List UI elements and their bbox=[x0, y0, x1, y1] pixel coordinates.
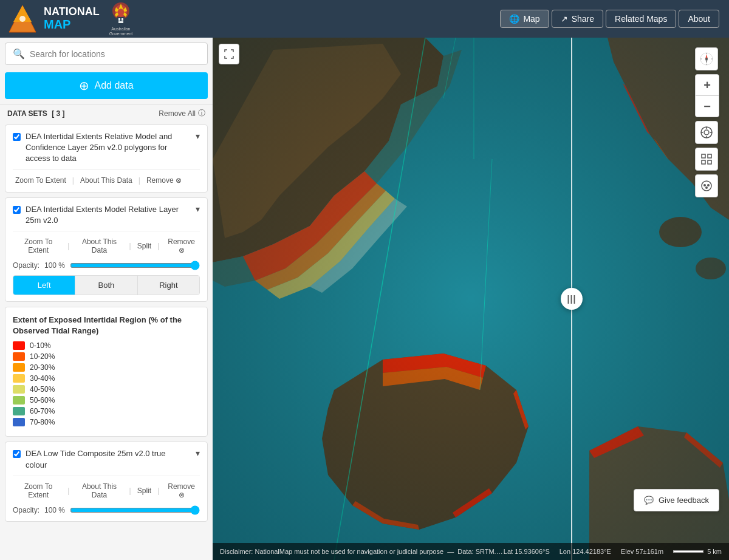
scale-label: 5 km bbox=[707, 548, 722, 555]
logo-text: NATIONAL MAP bbox=[44, 6, 100, 32]
search-bar: 🔍 bbox=[5, 43, 208, 65]
dataset-3-about-button[interactable]: About This Data bbox=[73, 481, 125, 500]
feedback-button[interactable]: 💬 Give feedback bbox=[634, 489, 719, 511]
disclaimer-text: Disclaimer: NationalMap must not be used… bbox=[220, 548, 504, 555]
scale-bar: 5 km bbox=[673, 548, 722, 555]
legend-item-4: 30-40% bbox=[13, 374, 200, 383]
svg-rect-8 bbox=[118, 21, 123, 23]
legend-label-4: 30-40% bbox=[30, 374, 55, 383]
svg-rect-16 bbox=[213, 38, 729, 560]
scale-line bbox=[673, 550, 703, 553]
dataset-2-zoom-button[interactable]: Zoom To Extent bbox=[13, 236, 64, 256]
svg-point-35 bbox=[707, 184, 710, 186]
gov-text: AustralianGovernment bbox=[109, 27, 133, 37]
dataset-1-checkbox[interactable] bbox=[13, 133, 21, 141]
svg-rect-5 bbox=[117, 17, 125, 24]
dataset-3-dropdown-icon[interactable]: ▾ bbox=[196, 448, 200, 458]
dataset-2-remove-button[interactable]: Remove ⊗ bbox=[163, 236, 200, 256]
longitude: Lon 124.42183°E bbox=[560, 548, 611, 555]
svg-point-2 bbox=[19, 16, 26, 22]
dataset-2-about-button[interactable]: About This Data bbox=[73, 236, 125, 256]
logo-area: NATIONAL MAP AustralianGovernment bbox=[0, 0, 213, 38]
related-maps-button[interactable]: Related Maps bbox=[606, 10, 676, 28]
info-circle-icon: ⓘ bbox=[198, 108, 205, 118]
split-right-button[interactable]: Right bbox=[138, 276, 199, 295]
datasets-header: DATA SETS [ 3 ] Remove All ⓘ bbox=[0, 104, 213, 122]
fullscreen-button[interactable] bbox=[219, 44, 239, 64]
dataset-1-about-button[interactable]: About This Data bbox=[78, 175, 135, 186]
svg-point-18 bbox=[705, 58, 708, 60]
layers-icon bbox=[700, 179, 713, 193]
globe-icon: 🌐 bbox=[509, 14, 519, 24]
share-button[interactable]: ↗ Share bbox=[552, 10, 603, 28]
expand-button[interactable] bbox=[695, 148, 718, 171]
target-icon bbox=[700, 126, 713, 139]
svg-point-24 bbox=[704, 130, 709, 135]
svg-rect-30 bbox=[708, 154, 711, 158]
legend-color-8 bbox=[13, 418, 25, 426]
zoom-out-button[interactable]: − bbox=[696, 96, 719, 117]
layers-button[interactable] bbox=[695, 174, 718, 197]
legend-item-1: 0-10% bbox=[13, 341, 200, 350]
svg-point-34 bbox=[703, 184, 706, 186]
legend-label-7: 60-70% bbox=[30, 407, 55, 415]
legend-item-3: 20-30% bbox=[13, 363, 200, 372]
dataset-3-remove-button[interactable]: Remove ⊗ bbox=[163, 481, 200, 500]
locate-button[interactable] bbox=[695, 121, 718, 144]
map-background: ||| + − bbox=[213, 38, 729, 560]
dataset-2-checkbox[interactable] bbox=[13, 206, 21, 214]
feedback-icon: 💬 bbox=[644, 496, 654, 505]
header: NATIONAL MAP AustralianGovernment 🌐 bbox=[0, 0, 729, 38]
dataset-item-1: DEA Intertidal Extents Relative Model an… bbox=[5, 125, 208, 193]
dataset-3-split-button[interactable]: Split bbox=[135, 485, 154, 496]
legend-color-4 bbox=[13, 374, 25, 383]
remove-all-button[interactable]: Remove All ⓘ bbox=[159, 108, 205, 118]
remove-circle-3-icon: ⊗ bbox=[179, 491, 185, 499]
legend-label-3: 20-30% bbox=[30, 363, 55, 372]
about-button[interactable]: About bbox=[679, 10, 719, 28]
map-area[interactable]: ||| + − bbox=[213, 38, 729, 560]
split-both-button[interactable]: Both bbox=[75, 276, 137, 295]
dataset-3-opacity-slider[interactable] bbox=[70, 505, 200, 515]
dataset-3-zoom-button[interactable]: Zoom To Extent bbox=[13, 481, 64, 500]
national-map-logo-icon bbox=[7, 4, 38, 34]
svg-rect-7 bbox=[122, 18, 123, 21]
legend-label-5: 40-50% bbox=[30, 385, 55, 394]
legend-label-1: 0-10% bbox=[30, 341, 51, 350]
dataset-1-dropdown-icon[interactable]: ▾ bbox=[196, 131, 200, 141]
status-bar: Disclaimer: NationalMap must not be used… bbox=[213, 543, 729, 560]
compass-button[interactable] bbox=[695, 47, 718, 70]
zoom-controls: + − bbox=[695, 74, 719, 117]
coordinates: Lat 15.93606°S Lon 124.42183°E Elev 57±1… bbox=[504, 548, 722, 555]
dataset-2-split-button[interactable]: Split bbox=[135, 241, 154, 251]
dataset-1-zoom-button[interactable]: Zoom To Extent bbox=[13, 175, 69, 186]
sidebar: 🔍 ⊕ Add data DATA SETS [ 3 ] Remove All … bbox=[0, 38, 213, 560]
zoom-in-button[interactable]: + bbox=[696, 75, 719, 95]
legend-item-2: 10-20% bbox=[13, 352, 200, 361]
plus-circle-icon: ⊕ bbox=[79, 78, 89, 93]
legend-box: Extent of Exposed Intertidal Region (% o… bbox=[5, 307, 208, 437]
dataset-3-checkbox[interactable] bbox=[13, 450, 21, 458]
dataset-2-dropdown-icon[interactable]: ▾ bbox=[196, 204, 200, 214]
dataset-1-remove-button[interactable]: Remove ⊗ bbox=[144, 175, 184, 186]
map-controls: + − bbox=[695, 47, 719, 197]
add-data-button[interactable]: ⊕ Add data bbox=[5, 72, 208, 99]
split-handle[interactable]: ||| bbox=[561, 288, 583, 310]
legend-title: Extent of Exposed Intertidal Region (% o… bbox=[13, 315, 200, 336]
dataset-2-opacity-slider[interactable] bbox=[70, 261, 200, 270]
split-divider[interactable]: ||| bbox=[571, 38, 572, 560]
fullscreen-icon bbox=[224, 49, 234, 60]
search-input[interactable] bbox=[30, 49, 200, 59]
legend-color-1 bbox=[13, 341, 25, 350]
expand-icon bbox=[700, 153, 713, 165]
split-left-button[interactable]: Left bbox=[13, 276, 75, 295]
svg-rect-6 bbox=[118, 18, 120, 21]
svg-rect-29 bbox=[702, 154, 705, 158]
legend-label-8: 70-80% bbox=[30, 418, 55, 426]
map-button[interactable]: 🌐 Map bbox=[500, 10, 549, 28]
legend-color-5 bbox=[13, 385, 25, 394]
legend-item-8: 70-80% bbox=[13, 418, 200, 426]
datasets-title: DATA SETS [ 3 ] bbox=[7, 109, 64, 118]
remove-circle-2-icon: ⊗ bbox=[179, 246, 185, 254]
map-svg bbox=[213, 38, 729, 560]
